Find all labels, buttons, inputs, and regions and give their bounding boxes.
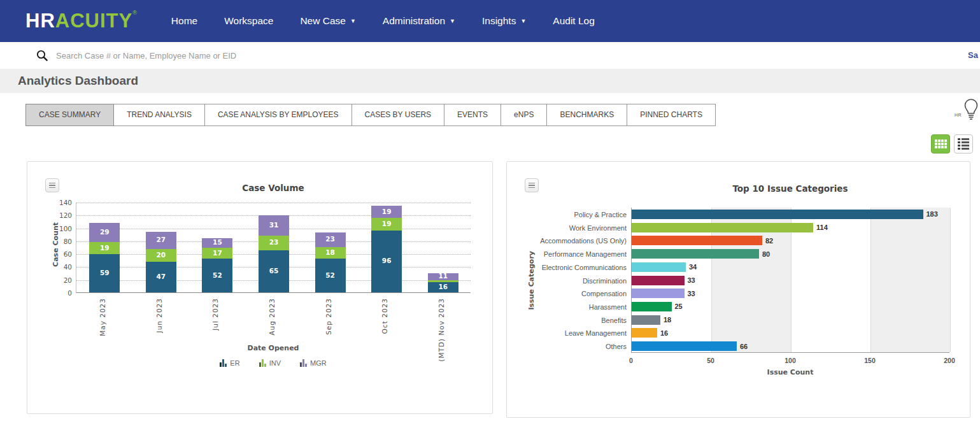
global-search-bar: Sa (0, 42, 980, 69)
bar-value-label: 59 (89, 269, 120, 276)
legend-item-inv[interactable]: INV (259, 359, 281, 367)
hbar-discrimination[interactable] (632, 276, 685, 285)
hbar-compensation[interactable] (632, 289, 685, 298)
chart-menu-icon[interactable] (525, 178, 539, 192)
case-volume-card: Case Volume 5919294720275217156523315218… (27, 161, 493, 414)
value-label: 183 (927, 210, 938, 218)
nav-item-audit-log[interactable]: Audit Log (539, 15, 608, 27)
category-label-compensation: Compensation (507, 290, 627, 297)
bar-segment-mgr-aug-2023[interactable]: 31 (259, 215, 289, 235)
legend-item-er[interactable]: ER (220, 359, 239, 367)
search-icon[interactable] (36, 49, 48, 62)
y-tick-label: 120 (48, 211, 72, 219)
tab-benchmarks[interactable]: BENCHMARKS (546, 104, 627, 126)
hracuity-logo[interactable]: HRACUITY® (25, 10, 138, 32)
search-input[interactable] (56, 46, 820, 65)
tab-cases-by-users[interactable]: CASES BY USERS (352, 104, 444, 126)
bar-value-label: 65 (259, 267, 289, 275)
nav-item-label: Insights (482, 15, 516, 26)
bar-value-label: 52 (202, 271, 232, 279)
logo-acuity-text: ACUITY (55, 10, 132, 32)
hbar-harassment[interactable] (632, 302, 672, 311)
nav-item-workspace[interactable]: Workspace (211, 15, 287, 27)
bar-segment-er-mtd-nov-2023[interactable]: 16 (428, 282, 458, 292)
bar-value-label: 23 (259, 238, 289, 246)
bar-segment-inv-may-2023[interactable]: 19 (89, 242, 120, 254)
tab-pinned-charts[interactable]: PINNED CHARTS (627, 104, 716, 126)
nav-item-new-case[interactable]: New Case▼ (287, 15, 369, 27)
top-issue-categories-card: Top 10 Issue Categories 050100150200Poli… (506, 161, 970, 418)
hbar-performance-management[interactable] (632, 249, 759, 259)
grid-view-button[interactable] (931, 134, 950, 153)
hbar-accommodations-us-only[interactable] (632, 236, 762, 245)
top-navbar: HRACUITY® HomeWorkspaceNew Case▼Administ… (0, 0, 980, 42)
bar-segment-mgr-sep-2023[interactable]: 23 (315, 232, 346, 247)
bar-segment-inv-sep-2023[interactable]: 18 (315, 247, 346, 259)
hbar-policy-practice[interactable] (632, 210, 923, 219)
category-label-discrimination: Discrimination (507, 277, 627, 285)
value-label: 66 (740, 343, 748, 350)
y-tick-label: 0 (48, 289, 72, 297)
tab-enps[interactable]: eNPS (501, 104, 547, 126)
nav-item-label: Home (171, 15, 197, 26)
caret-down-icon: ▼ (450, 18, 455, 24)
bar-value-label: 15 (202, 238, 232, 246)
analytics-dashboard-page: HRACUITY® HomeWorkspaceNew Case▼Administ… (0, 0, 980, 421)
lightbulb-icon (958, 96, 980, 121)
bar-segment-mgr-jun-2023[interactable]: 27 (146, 232, 176, 249)
bar-segment-inv-mtd-nov-2023[interactable] (428, 280, 458, 282)
bar-segment-er-sep-2023[interactable]: 52 (315, 259, 346, 292)
bar-value-label: 47 (146, 273, 176, 280)
nav-item-insights[interactable]: Insights▼ (469, 15, 539, 27)
bar-segment-er-jul-2023[interactable]: 52 (202, 259, 232, 292)
mini-bars-icon (300, 359, 307, 367)
tab-events[interactable]: EVENTS (444, 104, 501, 126)
hbar-electronic-communications[interactable] (632, 262, 686, 272)
bar-segment-inv-jul-2023[interactable]: 17 (202, 248, 232, 259)
bar-value-label: 20 (146, 251, 176, 259)
ti-x-axis-title: Issue Count (631, 368, 949, 376)
tab-case-summary[interactable]: CASE SUMMARY (25, 104, 114, 126)
nav-item-label: New Case (300, 15, 346, 26)
category-label-work-environment: Work Environment (507, 224, 627, 232)
nav-item-label: Administration (383, 15, 445, 26)
chart-menu-icon[interactable] (45, 178, 59, 192)
hbar-others[interactable] (632, 341, 737, 351)
x-tick-label-jul-2023: Jul 2023 (211, 298, 219, 331)
list-view-button[interactable] (954, 134, 973, 153)
nav-item-administration[interactable]: Administration▼ (369, 15, 469, 27)
hbar-work-environment[interactable] (632, 223, 813, 232)
x-tick-label: 200 (937, 357, 962, 364)
top-issues-title: Top 10 Issue Categories (631, 183, 949, 194)
tab-case-analysis-by-employees[interactable]: CASE ANALYSIS BY EMPLOYEES (204, 104, 352, 126)
bar-segment-mgr-mtd-nov-2023[interactable]: 11 (428, 273, 458, 280)
hbar-benefits[interactable] (632, 315, 660, 325)
bar-segment-mgr-jul-2023[interactable]: 15 (202, 238, 232, 248)
nav-item-home[interactable]: Home (158, 15, 211, 27)
value-label: 18 (664, 316, 671, 324)
cv-legend: ERINVMGR (76, 359, 471, 367)
bar-segment-mgr-may-2023[interactable]: 29 (89, 223, 120, 241)
bar-segment-er-aug-2023[interactable]: 65 (259, 250, 289, 292)
nav-item-label: Audit Log (553, 15, 595, 26)
mini-bars-icon (220, 359, 227, 367)
caret-down-icon: ▼ (520, 18, 526, 24)
bar-segment-inv-jun-2023[interactable]: 20 (146, 249, 176, 262)
caret-down-icon: ▼ (350, 18, 356, 24)
idea-widget[interactable]: HR (955, 96, 980, 124)
value-label: 82 (765, 237, 773, 245)
bar-segment-er-oct-2023[interactable]: 96 (371, 231, 402, 292)
bar-segment-er-may-2023[interactable]: 59 (89, 254, 120, 292)
bar-segment-mgr-oct-2023[interactable]: 19 (371, 206, 402, 218)
bar-segment-inv-oct-2023[interactable]: 19 (371, 218, 402, 230)
bar-value-label: 17 (202, 249, 232, 257)
tab-trend-analysis[interactable]: TREND ANALYSIS (113, 104, 205, 126)
hbar-leave-management[interactable] (632, 328, 657, 338)
save-link-truncated[interactable]: Sa (968, 50, 978, 60)
bar-segment-inv-aug-2023[interactable]: 23 (259, 236, 289, 250)
bar-value-label: 18 (315, 248, 346, 256)
category-label-others: Others (507, 343, 627, 350)
bar-value-label: 31 (259, 221, 289, 229)
legend-item-mgr[interactable]: MGR (300, 359, 327, 367)
bar-segment-er-jun-2023[interactable]: 47 (146, 262, 176, 292)
